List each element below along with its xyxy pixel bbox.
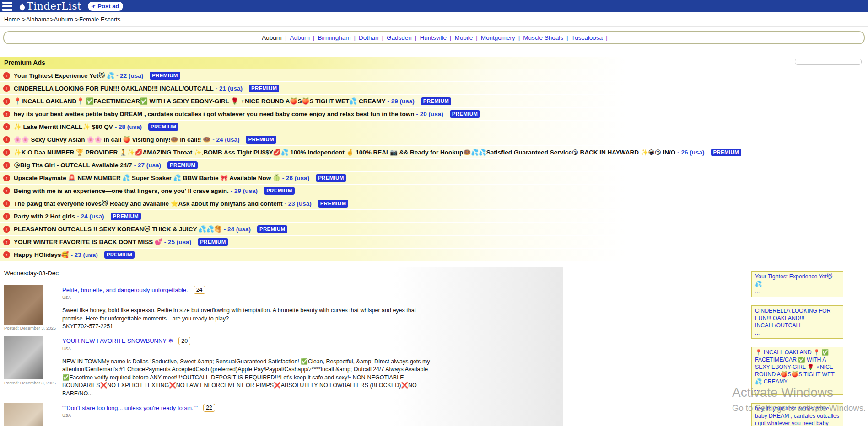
city-link-auburn[interactable]: Auburn <box>290 34 310 41</box>
sidebar-ad-ellipsis: ... <box>755 288 840 295</box>
up-arrow-icon: ↑ <box>3 136 10 143</box>
breadcrumb-separator: > <box>75 16 79 23</box>
premium-ad-row[interactable]: ↑ ✨K.O Daa NUMBER 🏆 PROVIDER 🧎✨💋AMAZING … <box>0 146 625 158</box>
premium-ad-title[interactable]: Happy HOlidays🥰 <box>14 251 69 258</box>
city-link-muscle-shoals[interactable]: Muscle Shoals <box>523 34 563 41</box>
up-arrow-icon: ↑ <box>3 251 10 258</box>
premium-ad-row[interactable]: ↑ Being with me is an experience—one tha… <box>0 185 625 197</box>
premium-ad-title[interactable]: Being with me is an experience—one that … <box>14 187 229 194</box>
premium-ad-title[interactable]: 🌸🌸 Sexy CuRvy Asian 🌸🌸 in call 🍑 visitin… <box>14 136 210 143</box>
premium-badge: PREMIUM <box>246 136 276 144</box>
listing-thumbnail[interactable] <box>4 285 43 325</box>
breadcrumb-home[interactable]: Home <box>4 16 20 23</box>
premium-ad-meta: - 22 (usa) <box>116 72 143 79</box>
age-badge: 20 <box>178 337 190 345</box>
premium-ad-title[interactable]: hey its your best wettes petite baby DRE… <box>14 111 414 117</box>
premium-ad-meta: - 29 (usa) <box>231 187 258 194</box>
premium-ad-row[interactable]: ↑ Your Tightest Experience Yet😼 💦 - 22 (… <box>0 69 625 81</box>
sidebar-ad-text[interactable]: Your Tightest Experience Yet😼 💦 <box>755 273 833 287</box>
premium-ad-row[interactable]: ↑ YOUR WINTER FAVORITE IS BACK DONT MISS… <box>0 236 625 248</box>
city-current-auburn: Auburn <box>262 34 282 41</box>
premium-ad-title[interactable]: YOUR WINTER FAVORITE IS BACK DONT MISS 💕 <box>14 238 162 245</box>
city-link-montgomery[interactable]: Montgomery <box>481 34 515 41</box>
up-arrow-icon: ↑ <box>3 162 10 169</box>
listing-thumb-column: Posted: December 3, 2025 <box>4 403 56 426</box>
listing-country: USA <box>62 346 434 351</box>
premium-ad-row[interactable]: ↑ 🌸🌸 Sexy CuRvy Asian 🌸🌸 in call 🍑 visit… <box>0 133 625 145</box>
premium-ad-row[interactable]: ↑ CINDERELLA LOOKING FOR FUN!!! OAKLAND!… <box>0 82 625 94</box>
premium-ad-meta: - 24 (usa) <box>77 213 104 220</box>
date-header: Wednesday-03-Dec <box>0 267 563 280</box>
premium-ad-row[interactable]: ↑ 📍INCALL OAKLAND📍 ✅FACETIME/CAR✅ WITH A… <box>0 95 625 107</box>
up-arrow-icon: ↑ <box>3 239 10 245</box>
premium-ad-title[interactable]: Party with 2 Hot girls <box>14 213 75 220</box>
listing-title-link[interactable]: Petite, brunette, and dangerously unforg… <box>62 287 188 293</box>
premium-badge: PREMIUM <box>150 72 180 80</box>
listing-content: YOUR NEW FAVORITE SNOWBUNNY ❄ 20 USA NEW… <box>62 336 434 398</box>
sidebar-ad-box[interactable]: 📍 INCALL OAKLAND 📍 ✅ FACETIME/CAR ✅ WITH… <box>751 347 843 395</box>
premium-ad-meta: - 28 (usa) <box>115 123 142 130</box>
breadcrumb: Home >Alabama>Auburn >Female Escorts <box>0 12 868 27</box>
age-badge: 22 <box>203 404 215 412</box>
premium-ad-row[interactable]: ↑ The pawg that everyone loves😼 Ready an… <box>0 197 625 209</box>
premium-ad-title[interactable]: Upscale Playmate 🚨 NEW NUMBER 💦 Super So… <box>14 174 280 181</box>
city-separator: | <box>285 34 287 41</box>
brand-logo[interactable]: TinderList <box>19 0 81 12</box>
premium-ad-row[interactable]: ↑ Upscale Playmate 🚨 NEW NUMBER 💦 Super … <box>0 172 625 184</box>
listing-country: USA <box>62 413 434 418</box>
city-link-tuscaloosa[interactable]: Tuscaloosa <box>571 34 603 41</box>
premium-ad-row[interactable]: ↑ PLEASANTON OUTCALLS !! SEXY KOREAN😻 TH… <box>0 223 625 235</box>
premium-ad-title[interactable]: ✨ Lake Merritt INCALL✨ $80 QV <box>14 123 113 130</box>
city-separator: | <box>382 34 384 41</box>
premium-ad-title[interactable]: CINDERELLA LOOKING FOR FUN!!! OAKLAND!!!… <box>14 85 214 92</box>
premium-ads-header: Premium Ads <box>0 57 626 69</box>
breadcrumb-auburn[interactable]: Auburn <box>54 16 73 23</box>
sidebar-ad-text[interactable]: CINDERELLA LOOKING FOR FUN!!! OAKLAND!!!… <box>755 308 830 329</box>
listing-thumb-column: Posted: December 3, 2025 <box>4 336 56 398</box>
post-ad-button[interactable]: ✈ Post ad <box>88 2 123 11</box>
premium-ad-row[interactable]: ↑ hey its your best wettes petite baby D… <box>0 108 625 120</box>
up-arrow-icon: ↑ <box>3 175 10 181</box>
sidebar-ad-text[interactable]: 📍 INCALL OAKLAND 📍 ✅ FACETIME/CAR ✅ WITH… <box>755 349 835 385</box>
city-link-gadsden[interactable]: Gadsden <box>387 34 412 41</box>
premium-ad-row[interactable]: ↑ Happy HOlidays🥰 - 23 (usa) PREMIUM <box>0 249 625 261</box>
sidebar-ad-box[interactable]: hey its your best wettes petite baby DRE… <box>751 403 843 426</box>
city-separator: | <box>566 34 568 41</box>
premium-ad-meta: - 23 (usa) <box>70 251 97 258</box>
up-arrow-icon: ↑ <box>3 200 10 207</box>
listing-title-link[interactable]: ""Don't stare too long... unless you're … <box>62 405 198 411</box>
city-link-mobile[interactable]: Mobile <box>454 34 473 41</box>
premium-ad-title[interactable]: 📍INCALL OAKLAND📍 ✅FACETIME/CAR✅ WITH A S… <box>14 97 385 105</box>
sidebar-ad-text[interactable]: hey its your best wettes petite baby DRE… <box>755 405 839 426</box>
premium-ad-row[interactable]: ↑ 😘Big Tits Girl - OUTCALL Available 24/… <box>0 159 625 171</box>
hamburger-menu-icon[interactable] <box>2 2 12 11</box>
listing-title-link[interactable]: YOUR NEW FAVORITE SNOWBUNNY ❄ <box>62 337 173 344</box>
city-link-birmingham[interactable]: Birmingham <box>318 34 350 41</box>
listing-phone: SKYE702-577-2251 <box>62 323 434 331</box>
listing-thumbnail[interactable] <box>4 336 43 379</box>
sidebar-ad-box[interactable]: CINDERELLA LOOKING FOR FUN!!! OAKLAND!!!… <box>751 305 843 339</box>
city-link-dothan[interactable]: Dothan <box>359 34 379 41</box>
sidebar-ad-box[interactable]: Your Tightest Experience Yet😼 💦 ... <box>751 271 843 297</box>
premium-badge: PREMIUM <box>421 97 451 105</box>
top-right-input[interactable] <box>795 59 862 65</box>
listing-thumbnail[interactable] <box>4 403 43 426</box>
premium-ad-row[interactable]: ↑ Party with 2 Hot girls - 24 (usa) PREM… <box>0 210 625 222</box>
premium-ad-title[interactable]: Your Tightest Experience Yet😼 💦 <box>14 72 114 79</box>
post-ad-label: Post ad <box>97 3 119 10</box>
premium-ad-title[interactable]: 😘Big Tits Girl - OUTCALL Available 24/7 <box>14 161 132 169</box>
premium-ad-meta: - 26 (usa) <box>282 175 309 181</box>
premium-badge: PREMIUM <box>711 149 741 156</box>
flame-icon <box>19 2 26 11</box>
breadcrumb-separator: > <box>22 16 26 23</box>
premium-ad-meta: - 25 (usa) <box>164 239 191 245</box>
premium-ad-title[interactable]: ✨K.O Daa NUMBER 🏆 PROVIDER 🧎✨💋AMAZING Th… <box>14 149 675 156</box>
breadcrumb-alabama[interactable]: Alabama <box>26 16 49 23</box>
premium-ad-title[interactable]: The pawg that everyone loves😼 Ready and … <box>14 200 283 207</box>
premium-ad-title[interactable]: PLEASANTON OUTCALLS !! SEXY KOREAN😻 THIC… <box>14 225 222 233</box>
premium-ad-meta: - 24 (usa) <box>224 226 251 233</box>
breadcrumb-separator: > <box>50 16 54 23</box>
city-link-huntsville[interactable]: Huntsville <box>420 34 447 41</box>
premium-ad-row[interactable]: ↑ ✨ Lake Merritt INCALL✨ $80 QV - 28 (us… <box>0 121 625 133</box>
up-arrow-icon: ↑ <box>3 213 10 220</box>
